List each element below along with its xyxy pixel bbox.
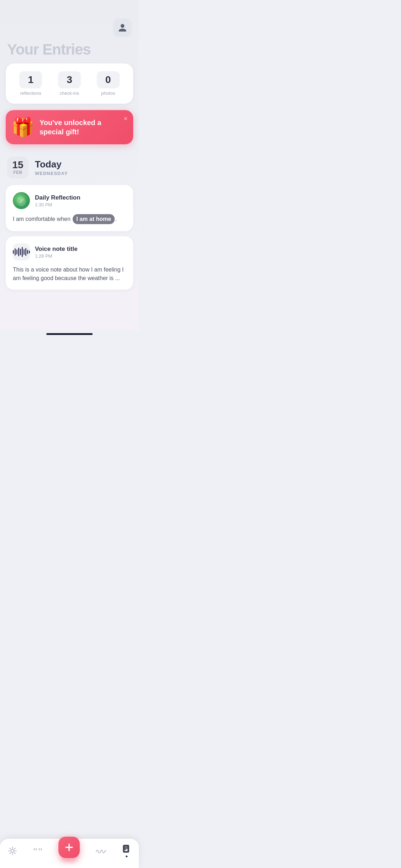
gift-icon: 🎁 [11, 118, 35, 136]
entry-meta-reflection: Daily Reflection 1:30 PM [35, 194, 80, 207]
voice-avatar [13, 243, 30, 260]
date-header: 15 FEB Today WEDNESDAY [0, 153, 139, 185]
reflection-avatar [13, 192, 30, 209]
entry-title-reflection: Daily Reflection [35, 194, 80, 201]
checkins-label: check-ins [60, 91, 79, 96]
page-wrapper: Your Entries 1 reflections 3 check-ins 0… [0, 0, 139, 330]
gift-text: You've unlocked a special gift! [40, 118, 126, 136]
home-indicator [46, 333, 93, 335]
photos-label: photos [101, 91, 115, 96]
waveform-icon [13, 247, 30, 257]
entry-meta-voice: Voice note title 1:28 PM [35, 246, 78, 259]
entry-time-reflection: 1:30 PM [35, 202, 80, 207]
stat-checkins: 3 check-ins [58, 71, 81, 96]
date-info: Today WEDNESDAY [35, 159, 68, 176]
stats-card: 1 reflections 3 check-ins 0 photos [6, 63, 133, 104]
entry-body-voice: This is a voice note about how I am feel… [13, 265, 126, 283]
reflections-label: reflections [20, 91, 41, 96]
checkins-count: 3 [58, 71, 81, 88]
entry-card-voice[interactable]: Voice note title 1:28 PM This is a voice… [6, 236, 133, 290]
entry-body-reflection: I am comfortable when I am at home. [13, 214, 126, 224]
body-after: . [115, 216, 117, 222]
entry-title-voice: Voice note title [35, 246, 78, 253]
body-before: I am comfortable when [13, 216, 72, 222]
date-badge: 15 FEB [7, 156, 28, 179]
entry-header-reflection: Daily Reflection 1:30 PM [13, 192, 126, 209]
photos-count: 0 [97, 71, 120, 88]
entry-header-voice: Voice note title 1:28 PM [13, 243, 126, 260]
entry-time-voice: 1:28 PM [35, 253, 78, 259]
profile-icon [118, 23, 127, 32]
stat-photos: 0 photos [97, 71, 120, 96]
date-month: FEB [13, 170, 22, 175]
entry-card-reflection[interactable]: Daily Reflection 1:30 PM I am comfortabl… [6, 185, 133, 231]
leaf-icon [13, 192, 30, 209]
gift-banner[interactable]: 🎁 You've unlocked a special gift! × [6, 110, 133, 144]
gift-close-button[interactable]: × [124, 115, 127, 123]
date-day: 15 [12, 160, 23, 170]
page-title: Your Entries [0, 37, 139, 63]
date-today-label: Today [35, 159, 68, 170]
header [0, 0, 139, 37]
stat-reflections: 1 reflections [19, 71, 42, 96]
body-highlight: I am at home [73, 214, 115, 224]
profile-button[interactable] [113, 19, 132, 37]
reflections-count: 1 [19, 71, 42, 88]
date-weekday: WEDNESDAY [35, 171, 68, 176]
